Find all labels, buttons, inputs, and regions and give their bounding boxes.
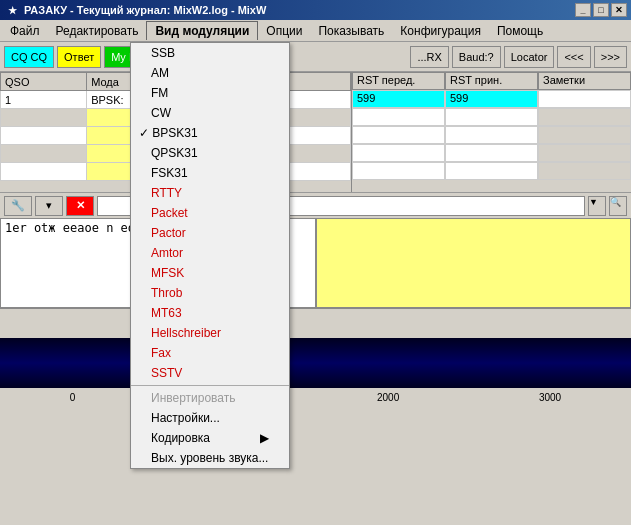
menu-file[interactable]: Файл [2,22,48,40]
menu-options[interactable]: Опции [258,22,310,40]
app-icon: ★ [4,2,20,18]
window-title: РАЗАКУ - Текущий журнал: MixW2.log - Mix… [24,4,575,16]
waterfall-panel [0,338,631,388]
rst-recv-cell: 599 [445,90,538,108]
search-button[interactable]: 🔍 [609,196,627,216]
rst-empty2 [352,126,631,144]
nav-next-button[interactable]: >>> [594,46,627,68]
notes-empty [538,162,631,180]
cell-empty [1,127,87,145]
dropdown-hellschreiber[interactable]: Hellschreiber [131,323,289,343]
rst-recv-empty [445,162,538,180]
freq-labels-bar: 0 1000 2000 3000 [0,388,631,406]
text-panels: 1er otж eeaoe n eotpt e f e [0,218,631,308]
menu-help[interactable]: Помощь [489,22,551,40]
log-section: QSO Мода Частота P 1 BPSK: 14070.000 [0,72,631,192]
rst-recv-empty [445,144,538,162]
dropdown-mt63[interactable]: MT63 [131,303,289,323]
dropdown-rtty[interactable]: RTTY [131,183,289,203]
nav-prev-button[interactable]: <<< [557,46,590,68]
rst-recv-empty [445,126,538,144]
menu-modulation[interactable]: Вид модуляции [146,21,258,40]
dropdown-separator [131,385,289,386]
dropdown-fm[interactable]: FM [131,83,289,103]
submenu-arrow-icon: ▶ [260,431,269,445]
waterfall-display [0,338,631,388]
rst-sent-empty [352,144,445,162]
modulation-dropdown: SSB AM FM CW BPSK31 QPSK31 FSK31 RTTY Pa… [130,42,290,469]
notes-cell [538,90,631,108]
dropdown-sstv[interactable]: SSTV [131,363,289,383]
cq-button[interactable]: CQ CQ [4,46,54,68]
col-qso: QSO [1,73,87,91]
close-button[interactable]: ✕ [611,3,627,17]
menu-edit[interactable]: Редактировать [48,22,147,40]
toolbar: CQ CQ Ответ My Rig ...RX Baud:? Locator … [0,42,631,72]
scroll-down-button[interactable]: ▼ [588,196,606,216]
spacer-row [0,308,631,338]
menu-config[interactable]: Конфигурация [392,22,489,40]
answer-button[interactable]: Ответ [57,46,101,68]
freq-label-2: 2000 [377,392,399,403]
tx-text-panel [316,218,632,308]
dropdown-bpsk31[interactable]: BPSK31 [131,123,289,143]
title-controls: _ □ ✕ [575,3,627,17]
toolbar-right: ...RX Baud:? Locator <<< >>> [410,46,627,68]
dropdown-throb[interactable]: Throb [131,283,289,303]
input-bar: 🔧 ▾ ✕ ▼ 🔍 [0,192,631,218]
notes-empty [538,108,631,126]
dropdown-ssb[interactable]: SSB [131,43,289,63]
notes-empty [538,126,631,144]
dropdown-fax[interactable]: Fax [131,343,289,363]
dropdown-volume[interactable]: Вых. уровень звука... [131,448,289,468]
cell-empty [1,109,87,127]
dropdown-invert: Инвертировать [131,388,289,408]
tool-button[interactable]: 🔧 [4,196,32,216]
title-bar: ★ РАЗАКУ - Текущий журнал: MixW2.log - M… [0,0,631,20]
rst-sent-cell: 599 [352,90,445,108]
dropdown-cw[interactable]: CW [131,103,289,123]
rst-sent-empty [352,108,445,126]
rst-header-row: RST перед. RST прин. Заметки [352,72,631,90]
dropdown-packet[interactable]: Packet [131,203,289,223]
freq-label-0: 0 [70,392,76,403]
rst-empty4 [352,162,631,180]
rst-sent-header: RST перед. [352,72,445,90]
rst-section: RST перед. RST прин. Заметки 599 599 [351,72,631,192]
freq-label-3: 3000 [539,392,561,403]
menu-bar: Файл Редактировать Вид модуляции Опции П… [0,20,631,42]
menu-view[interactable]: Показывать [310,22,392,40]
dropdown-amtor[interactable]: Amtor [131,243,289,263]
rst-empty3 [352,144,631,162]
rst-data-row: 599 599 [352,90,631,108]
locator-button[interactable]: Locator [504,46,555,68]
rst-sent-empty [352,162,445,180]
rst-recv-empty [445,108,538,126]
cell-empty [1,145,87,163]
rst-empty1 [352,108,631,126]
maximize-button[interactable]: □ [593,3,609,17]
minimize-button[interactable]: _ [575,3,591,17]
rst-sent-empty [352,126,445,144]
dropdown-qpsk31[interactable]: QPSK31 [131,143,289,163]
rst-recv-header: RST прин. [445,72,538,90]
dropdown-am[interactable]: AM [131,63,289,83]
baud-button[interactable]: Baud:? [452,46,501,68]
cell-empty [1,163,87,181]
rx-button[interactable]: ...RX [410,46,448,68]
clear-button[interactable]: ✕ [66,196,94,216]
dropdown-pactor[interactable]: Pactor [131,223,289,243]
notes-empty [538,144,631,162]
dropdown-encoding[interactable]: Кодировка ▶ [131,428,289,448]
notes-header: Заметки [538,72,631,90]
menu-button[interactable]: ▾ [35,196,63,216]
dropdown-mfsk[interactable]: MFSK [131,263,289,283]
cell-qso: 1 [1,91,87,109]
dropdown-fsk31[interactable]: FSK31 [131,163,289,183]
dropdown-settings[interactable]: Настройки... [131,408,289,428]
